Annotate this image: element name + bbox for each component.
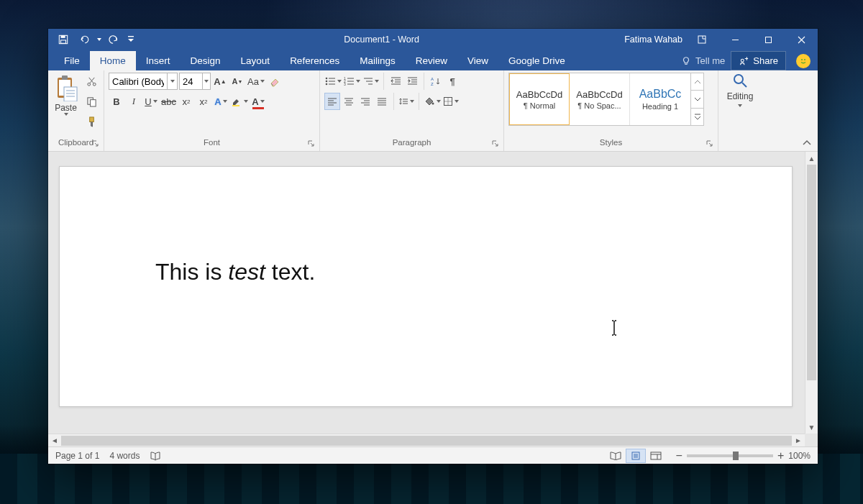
ribbon-display-options[interactable] (685, 29, 718, 50)
font-color-button[interactable]: A (250, 93, 266, 110)
vertical-scroll-thumb[interactable] (807, 165, 816, 380)
font-size-dropdown[interactable] (202, 73, 210, 89)
scroll-right-button[interactable]: ► (792, 436, 805, 444)
clear-formatting-button[interactable] (267, 73, 283, 90)
align-right-button[interactable] (357, 93, 373, 110)
multilevel-list-button[interactable] (362, 73, 380, 90)
user-name-area[interactable]: Fatima Wahab (621, 35, 685, 45)
zoom-percent[interactable]: 100% (788, 451, 811, 461)
bullets-button[interactable] (324, 73, 342, 90)
web-layout-button[interactable] (646, 449, 666, 463)
copy-button[interactable] (83, 93, 99, 110)
document-text[interactable]: This is test text. (155, 259, 315, 285)
tell-me-search[interactable]: Tell me (681, 55, 725, 66)
font-name-combo[interactable] (109, 73, 178, 90)
collapse-ribbon-button[interactable] (800, 137, 813, 149)
page-indicator[interactable]: Page 1 of 1 (55, 451, 99, 461)
align-left-button[interactable] (324, 93, 340, 110)
tab-references[interactable]: References (280, 51, 350, 70)
minimize-button[interactable] (718, 29, 752, 50)
align-center-button[interactable] (341, 93, 357, 110)
tab-insert[interactable]: Insert (136, 51, 181, 70)
align-center-icon (344, 97, 354, 106)
justify-button[interactable] (374, 93, 390, 110)
subscript-button[interactable]: x2 (178, 93, 194, 110)
shading-button[interactable] (423, 93, 442, 110)
decrease-indent-button[interactable] (388, 73, 403, 90)
maximize-button[interactable] (752, 29, 785, 50)
close-button[interactable] (785, 29, 818, 50)
text-effects-button[interactable]: A (213, 93, 229, 110)
style-heading-1[interactable]: AaBbCcHeading 1 (630, 73, 690, 125)
font-size-combo[interactable] (179, 73, 211, 90)
borders-button[interactable] (442, 93, 460, 110)
scroll-up-button[interactable]: ▲ (805, 152, 818, 165)
gallery-more-button[interactable] (691, 109, 703, 125)
multilevel-icon (362, 76, 373, 86)
save-button[interactable] (54, 31, 73, 48)
gallery-down-button[interactable] (691, 91, 703, 108)
font-launcher[interactable] (306, 139, 315, 147)
zoom-slider[interactable] (687, 454, 773, 457)
tab-home[interactable]: Home (90, 51, 136, 70)
page[interactable]: This is test text. (59, 166, 793, 407)
tab-review[interactable]: Review (406, 51, 457, 70)
tab-layout[interactable]: Layout (231, 51, 280, 70)
style-normal[interactable]: AaBbCcDd¶ Normal (509, 73, 570, 125)
feedback-smiley-icon[interactable] (796, 54, 811, 68)
grow-font-button[interactable]: A▲ (212, 73, 228, 90)
read-mode-button[interactable] (606, 449, 626, 463)
scroll-down-button[interactable]: ▼ (805, 421, 818, 434)
clipboard-launcher[interactable] (91, 139, 99, 147)
word-count[interactable]: 4 words (109, 451, 140, 461)
highlight-button[interactable] (230, 93, 249, 110)
editing-button[interactable]: Editing (723, 73, 757, 107)
svg-rect-2 (61, 40, 66, 43)
tab-mailings[interactable]: Mailings (350, 51, 406, 70)
tab-view[interactable]: View (457, 51, 498, 70)
svg-line-76 (742, 83, 746, 87)
bold-button[interactable]: B (109, 93, 124, 110)
tab-file[interactable]: File (54, 51, 90, 70)
increase-indent-button[interactable] (404, 73, 420, 90)
strikethrough-button[interactable]: abc (160, 93, 177, 110)
change-case-button[interactable]: Aa (247, 73, 265, 90)
show-hide-button[interactable]: ¶ (444, 73, 460, 90)
undo-button[interactable] (76, 31, 94, 48)
gallery-up-button[interactable] (691, 73, 703, 91)
horizontal-scroll-thumb[interactable] (61, 436, 792, 446)
tab-design[interactable]: Design (181, 51, 231, 70)
tab-google-drive[interactable]: Google Drive (498, 51, 575, 70)
scroll-left-button[interactable]: ◄ (48, 436, 61, 444)
vertical-scrollbar[interactable]: ▲ ▼ (805, 152, 818, 434)
format-painter-button[interactable] (83, 113, 99, 130)
font-size-input[interactable] (180, 76, 202, 87)
print-layout-button[interactable] (626, 449, 646, 463)
horizontal-scrollbar[interactable]: ◄ ► (48, 434, 805, 446)
redo-button[interactable] (104, 31, 123, 48)
spellcheck-status[interactable] (150, 451, 161, 461)
font-name-dropdown[interactable] (167, 73, 177, 89)
style-no-spacing[interactable]: AaBbCcDd¶ No Spac... (570, 73, 630, 125)
zoom-in-button[interactable]: + (777, 449, 784, 462)
numbering-button[interactable]: 123 (343, 73, 361, 90)
lightbulb-icon (681, 56, 691, 66)
sort-button[interactable]: AZ (428, 73, 444, 90)
styles-launcher[interactable] (705, 139, 713, 147)
font-name-input[interactable] (109, 76, 167, 87)
superscript-button[interactable]: x2 (196, 93, 211, 110)
zoom-out-button[interactable]: − (676, 449, 682, 462)
paste-button[interactable]: Paste (52, 73, 79, 116)
zoom-slider-thumb[interactable] (733, 452, 739, 460)
undo-dropdown[interactable] (97, 38, 101, 41)
underline-button[interactable]: U (143, 93, 159, 110)
italic-button[interactable]: I (126, 93, 142, 110)
share-button[interactable]: Share (731, 51, 786, 70)
shrink-font-button[interactable]: A▼ (229, 73, 245, 90)
word-window: Document1 - Word Fatima Wahab File Home … (48, 29, 818, 464)
cut-button[interactable] (83, 73, 99, 90)
qat-customize[interactable] (126, 31, 136, 48)
paste-dropdown[interactable] (64, 113, 68, 116)
line-spacing-button[interactable] (398, 93, 415, 110)
paragraph-launcher[interactable] (490, 139, 499, 147)
